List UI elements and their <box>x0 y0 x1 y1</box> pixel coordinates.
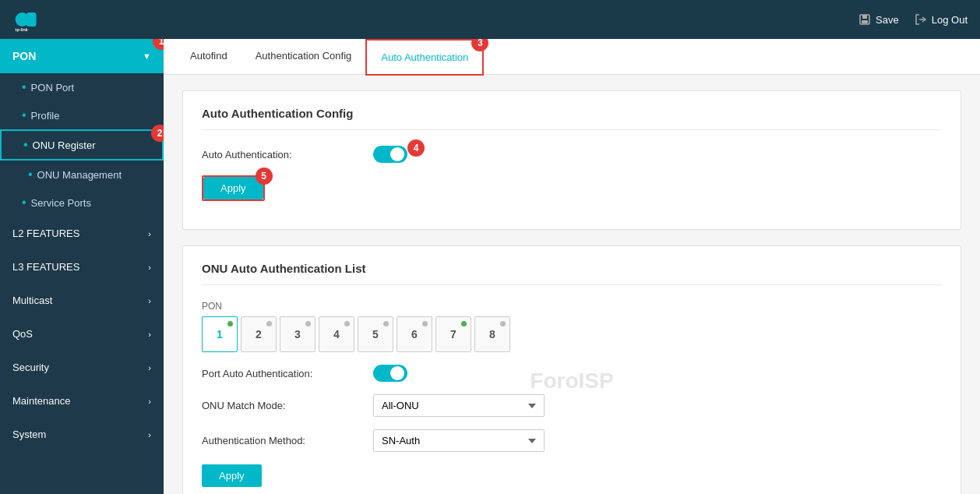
badge-2: 2 <box>151 125 164 142</box>
apply-button-bottom[interactable]: Apply <box>202 464 262 487</box>
save-label: Save <box>876 14 899 26</box>
bullet-icon: • <box>22 81 26 94</box>
pon-port-4[interactable]: 4 <box>319 316 354 352</box>
apply-row-top: Apply 5 <box>202 175 942 201</box>
pon-dot-4 <box>344 321 350 326</box>
auto-auth-toggle-wrap: 4 <box>373 146 407 163</box>
pon-port-section: PON 12345678 <box>202 301 942 352</box>
badge-1: 1 <box>153 39 164 50</box>
pon-port-7[interactable]: 7 <box>435 316 471 352</box>
tab-auto-auth[interactable]: Auto Authentication 3 <box>365 39 484 76</box>
system-chevron: › <box>148 430 151 439</box>
sidebar: PON ▼ 1 • PON Port • Profile • ONU Regis… <box>0 39 164 494</box>
apply-button-top[interactable]: Apply <box>203 177 263 199</box>
pon-dot-1 <box>227 321 233 326</box>
header: tp-link Save Log Out <box>0 0 980 39</box>
bullet-icon: • <box>22 196 26 209</box>
qos-label: QoS <box>12 328 33 340</box>
sidebar-item-profile[interactable]: • Profile <box>0 101 164 129</box>
port-auto-auth-label: Port Auto Authentication: <box>202 368 358 379</box>
logout-button[interactable]: Log Out <box>915 13 968 26</box>
apply-btn-top-wrap: Apply 5 <box>202 175 265 201</box>
pon-port-num-8: 8 <box>489 328 495 341</box>
service-ports-label: Service Ports <box>31 197 91 209</box>
pon-port-num-7: 7 <box>450 328 457 341</box>
sidebar-l3-features[interactable]: L3 FEATURES › <box>0 250 164 284</box>
auth-method-row: Authentication Method: SN-AuthPassword-A… <box>202 429 942 452</box>
qos-chevron: › <box>148 330 151 339</box>
onu-match-mode-label: ONU Match Mode: <box>202 400 358 411</box>
tplink-logo: tp-link <box>12 5 41 34</box>
pon-port-label: PON Port <box>31 82 75 94</box>
onu-match-mode-select[interactable]: All-ONUManual <box>373 394 545 417</box>
save-icon <box>858 13 871 26</box>
save-button[interactable]: Save <box>858 13 899 26</box>
pon-port-8[interactable]: 8 <box>474 316 510 352</box>
l3-label: L3 FEATURES <box>12 261 79 273</box>
card-title-auto-auth: Auto Authentication Config <box>202 107 942 130</box>
content-area: Auto Authentication Config Auto Authenti… <box>164 75 980 494</box>
pon-dot-5 <box>383 321 389 326</box>
logout-label: Log Out <box>932 14 968 26</box>
tab-autofind[interactable]: Autofind <box>176 39 241 75</box>
bullet-icon: • <box>28 168 33 181</box>
sidebar-pon-group[interactable]: PON ▼ 1 <box>0 39 164 73</box>
onu-management-label: ONU Management <box>37 169 122 181</box>
pon-grid: 12345678 <box>202 316 942 352</box>
l2-chevron: › <box>148 229 151 238</box>
pon-dot-2 <box>266 321 272 326</box>
pon-section-label: PON <box>202 301 942 312</box>
sidebar-system[interactable]: System › <box>0 418 164 451</box>
sidebar-item-onu-register[interactable]: • ONU Register 2 <box>0 129 164 161</box>
auto-auth-config-card: Auto Authentication Config Auto Authenti… <box>182 90 961 230</box>
pon-port-6[interactable]: 6 <box>397 316 432 352</box>
pon-dot-6 <box>422 321 428 326</box>
system-label: System <box>12 429 46 440</box>
layout: PON ▼ 1 • PON Port • Profile • ONU Regis… <box>0 39 980 494</box>
sidebar-item-pon-port[interactable]: • PON Port <box>0 73 164 101</box>
security-chevron: › <box>148 363 151 372</box>
sidebar-maintenance[interactable]: Maintenance › <box>0 384 164 418</box>
sidebar-multicast[interactable]: Multicast › <box>0 284 164 317</box>
pon-port-1[interactable]: 1 <box>202 316 238 352</box>
sidebar-qos[interactable]: QoS › <box>0 317 164 351</box>
sidebar-security[interactable]: Security › <box>0 351 164 384</box>
tabs-bar: Autofind Authentication Config Auto Auth… <box>164 39 980 75</box>
pon-port-num-2: 2 <box>256 328 262 341</box>
pon-port-3[interactable]: 3 <box>280 316 316 352</box>
svg-rect-6 <box>862 20 868 23</box>
sidebar-item-onu-management[interactable]: • ONU Management <box>0 161 164 189</box>
badge-5: 5 <box>256 168 273 185</box>
pon-port-num-5: 5 <box>372 328 379 341</box>
port-auto-auth-row: Port Auto Authentication: <box>202 365 942 382</box>
logo: tp-link <box>12 5 41 34</box>
multicast-label: Multicast <box>12 295 52 306</box>
badge-3: 3 <box>471 39 488 51</box>
pon-dot-8 <box>500 321 506 326</box>
maintenance-label: Maintenance <box>12 395 70 407</box>
sidebar-item-service-ports[interactable]: • Service Ports <box>0 189 164 217</box>
tab-auth-config[interactable]: Authentication Config <box>241 39 366 75</box>
apply-border-top: Apply <box>202 175 265 201</box>
security-label: Security <box>12 362 49 373</box>
svg-rect-2 <box>26 12 37 26</box>
auth-method-label: Authentication Method: <box>202 435 358 446</box>
auto-auth-toggle[interactable] <box>373 146 407 163</box>
header-actions: Save Log Out <box>858 13 968 26</box>
card-title-onu-list: ONU Auto Authentication List <box>202 262 942 285</box>
main-content: Autofind Authentication Config Auto Auth… <box>164 39 980 494</box>
auto-auth-row: Auto Authentication: 4 <box>202 146 942 163</box>
logout-icon <box>915 13 927 26</box>
profile-label: Profile <box>31 110 60 122</box>
pon-port-2[interactable]: 2 <box>241 316 277 352</box>
pon-port-num-4: 4 <box>333 328 340 341</box>
svg-text:tp-link: tp-link <box>16 27 28 32</box>
maintenance-chevron: › <box>148 397 151 406</box>
sidebar-l2-features[interactable]: L2 FEATURES › <box>0 217 164 250</box>
apply-row-bottom: Apply <box>202 464 942 487</box>
port-auto-auth-toggle[interactable] <box>373 365 407 382</box>
auth-method-select[interactable]: SN-AuthPassword-Auth <box>373 429 545 452</box>
toggle-slider <box>373 146 407 163</box>
pon-port-5[interactable]: 5 <box>358 316 393 352</box>
pon-dot-3 <box>305 321 311 326</box>
